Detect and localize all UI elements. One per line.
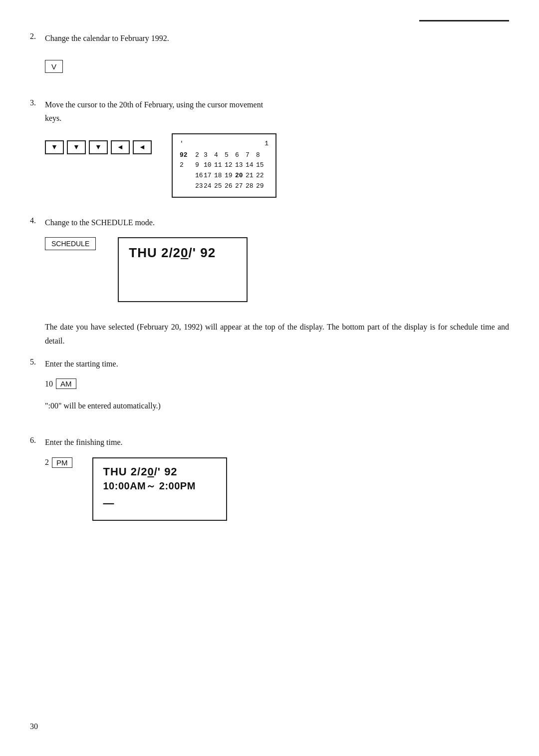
cal-3: 3 bbox=[204, 150, 213, 161]
step6-two-col: 2 PM THU 2/20/' 92 10:00AM～ 2:00PM — bbox=[45, 457, 509, 521]
cal-19: 19 bbox=[225, 171, 234, 181]
step2-keys: V bbox=[45, 60, 509, 73]
pm-key-button[interactable]: PM bbox=[52, 457, 72, 468]
cal-6: 6 bbox=[235, 150, 244, 161]
cal-5: 5 bbox=[225, 150, 234, 161]
step4-two-col: SCHEDULE THU 2/20/' 92 bbox=[45, 237, 509, 302]
step6-text: Enter the finishing time. bbox=[45, 435, 509, 449]
cal-27: 27 bbox=[235, 181, 244, 192]
step2-row: 2. Change the calendar to February 1992. bbox=[30, 31, 509, 45]
step3-content: Move the cursor to the 20th of February,… bbox=[45, 98, 509, 125]
step4-row: 4. Change to the SCHEDULE mode. bbox=[30, 216, 509, 229]
step4-text: Change to the SCHEDULE mode. bbox=[45, 216, 509, 229]
step3-text-line2: keys. bbox=[45, 114, 61, 122]
cal-22: 22 bbox=[256, 171, 265, 181]
step5-note-text: ":00" will be entered automatically.) bbox=[45, 401, 161, 410]
cal-8: 8 bbox=[256, 150, 265, 161]
cal-23: 23 bbox=[195, 181, 202, 192]
page-number: 30 bbox=[30, 722, 38, 731]
step3-row: 3. Move the cursor to the 20th of Februa… bbox=[30, 98, 509, 125]
cal-15: 15 bbox=[256, 160, 265, 171]
cal-17: 17 bbox=[204, 171, 213, 181]
step4-left: SCHEDULE bbox=[45, 237, 98, 255]
step6-key-prefix: 2 bbox=[45, 458, 49, 467]
section-step2: 2. Change the calendar to February 1992.… bbox=[30, 31, 509, 80]
step2-text: Change the calendar to February 1992. bbox=[45, 34, 169, 42]
calendar-top-right: 1 bbox=[265, 138, 269, 149]
page-content: 2. Change the calendar to February 1992.… bbox=[30, 20, 509, 521]
section-step3: 3. Move the cursor to the 20th of Februa… bbox=[30, 98, 509, 198]
step6-row: 6. Enter the finishing time. bbox=[30, 435, 509, 449]
schedule-display-box2: THU 2/20/' 92 10:00AM～ 2:00PM — bbox=[92, 457, 227, 521]
step3-keys-and-space: ▼ ▼ ▼ ◄ ◄ bbox=[45, 133, 152, 161]
left-arrow-btn-1[interactable]: ◄ bbox=[111, 140, 130, 154]
step3-text-line1: Move the cursor to the 20th of February,… bbox=[45, 100, 263, 109]
cal-2-1: 2 bbox=[195, 150, 202, 161]
schedule2-date: THU 2/20/' 92 bbox=[103, 465, 216, 478]
cal-11: 11 bbox=[214, 160, 223, 171]
step3-two-col: ▼ ▼ ▼ ◄ ◄ ' 1 92 2 3 4 5 bbox=[45, 133, 509, 198]
schedule2-time: 10:00AM～ 2:00PM bbox=[103, 479, 216, 493]
cal-28: 28 bbox=[246, 181, 255, 192]
step3-number: 3. bbox=[30, 98, 45, 107]
cal-92: 92 bbox=[180, 150, 194, 161]
section-step5: 5. Enter the starting time. 10 AM ":00" … bbox=[30, 357, 509, 417]
cal-empty-1 bbox=[180, 171, 194, 181]
cal-14: 14 bbox=[246, 160, 255, 171]
cal-25: 25 bbox=[214, 181, 223, 192]
section-step6: 6. Enter the finishing time. 2 PM THU 2/… bbox=[30, 435, 509, 520]
cal-empty-2 bbox=[180, 181, 194, 192]
description-para: The date you have selected (February 20,… bbox=[45, 320, 509, 348]
step5-key-prefix: 10 bbox=[45, 379, 53, 388]
am-key-button[interactable]: AM bbox=[56, 378, 76, 389]
schedule-date-header: THU 2/20/' 92 bbox=[129, 245, 237, 261]
step5-note: ":00" will be entered automatically.) bbox=[45, 399, 509, 412]
section-step4: 4. Change to the SCHEDULE mode. SCHEDULE… bbox=[30, 216, 509, 302]
cal-16: 16 bbox=[195, 171, 202, 181]
cal-12: 12 bbox=[225, 160, 234, 171]
step5-number: 5. bbox=[30, 357, 45, 367]
down-arrow-btn-2[interactable]: ▼ bbox=[67, 140, 86, 154]
cal-2-2: 2 bbox=[180, 160, 194, 171]
cal-13: 13 bbox=[235, 160, 244, 171]
down-arrow-btn-1[interactable]: ▼ bbox=[45, 140, 64, 154]
step2-number: 2. bbox=[30, 31, 45, 41]
step6-number: 6. bbox=[30, 435, 45, 445]
step5-key-row: 10 AM bbox=[45, 378, 509, 389]
step4-number: 4. bbox=[30, 216, 45, 225]
v-key-button[interactable]: V bbox=[45, 60, 63, 73]
step5-text: Enter the starting time. bbox=[45, 357, 509, 371]
step2-content: Change the calendar to February 1992. bbox=[45, 31, 509, 45]
step3-keys: ▼ ▼ ▼ ◄ ◄ bbox=[45, 140, 152, 154]
cal-26: 26 bbox=[225, 181, 234, 192]
cal-10: 10 bbox=[204, 160, 213, 171]
top-line bbox=[419, 20, 509, 21]
schedule2-dash: — bbox=[103, 497, 216, 510]
schedule-display-box: THU 2/20/' 92 bbox=[118, 237, 248, 302]
calendar-box: ' 1 92 2 3 4 5 6 7 8 2 9 1 bbox=[172, 133, 276, 198]
down-arrow-btn-3[interactable]: ▼ bbox=[89, 140, 108, 154]
cal-7: 7 bbox=[246, 150, 255, 161]
schedule-key-button[interactable]: SCHEDULE bbox=[45, 237, 96, 250]
cal-18: 18 bbox=[214, 171, 223, 181]
cal-9: 9 bbox=[195, 160, 202, 171]
step5-row: 5. Enter the starting time. bbox=[30, 357, 509, 371]
cal-4: 4 bbox=[214, 150, 223, 161]
cal-21: 21 bbox=[246, 171, 255, 181]
step6-left: 2 PM bbox=[45, 457, 72, 468]
cal-24: 24 bbox=[204, 181, 213, 192]
left-arrow-btn-2[interactable]: ◄ bbox=[133, 140, 152, 154]
cal-29: 29 bbox=[256, 181, 265, 192]
calendar-comma: ' bbox=[180, 138, 184, 149]
cal-20: 20 bbox=[235, 171, 244, 181]
